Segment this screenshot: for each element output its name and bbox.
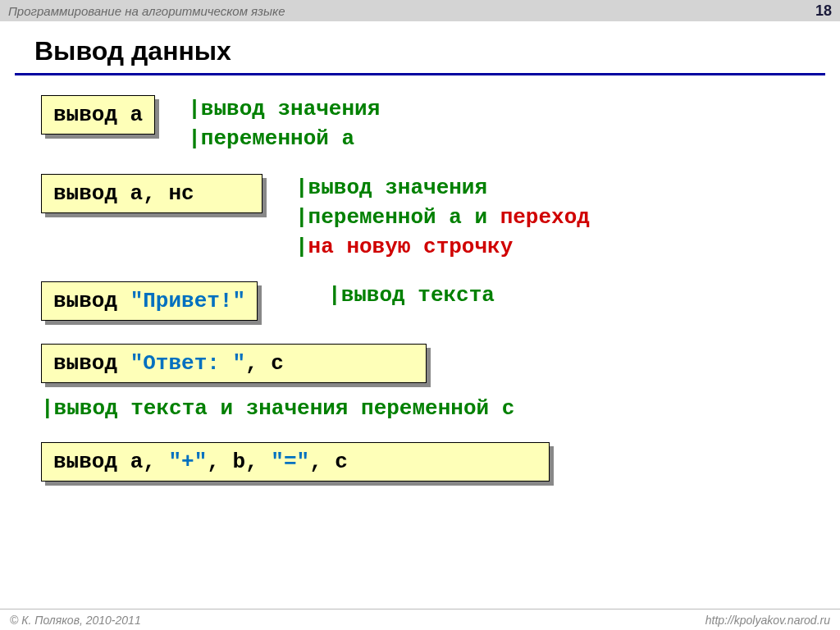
- description: |вывод значения|переменной a и переход|н…: [295, 174, 590, 262]
- description: |вывод текста и значения переменной c: [41, 395, 514, 424]
- footer: © К. Поляков, 2010-2011 http://kpolyakov…: [0, 609, 840, 630]
- code-box: вывод "Привет!": [41, 281, 258, 321]
- example-row-1: вывод а |вывод значения|переменной a: [41, 95, 824, 154]
- code-box: вывод a, "+", b, "=", c: [41, 442, 550, 482]
- header-title: Программирование на алгоритмическом язык…: [8, 4, 285, 18]
- example-row-5: вывод a, "+", b, "=", c: [41, 442, 824, 482]
- example-row-3: вывод "Привет!" |вывод текста: [41, 281, 824, 321]
- page-number: 18: [815, 2, 832, 20]
- slide-content: вывод а |вывод значения|переменной a выв…: [0, 75, 840, 482]
- header-bar: Программирование на алгоритмическом язык…: [0, 0, 840, 21]
- code-box: вывод а, нс: [41, 174, 262, 213]
- description: |вывод текста: [328, 281, 495, 311]
- slide-title: Вывод данных: [34, 36, 840, 66]
- copyright: © К. Поляков, 2010-2011: [10, 614, 141, 627]
- code-box: вывод "Ответ: ", c: [41, 344, 427, 383]
- footer-url: http://kpolyakov.narod.ru: [705, 614, 830, 627]
- description: |вывод значения|переменной a: [188, 95, 380, 154]
- code-box: вывод а: [41, 95, 155, 135]
- example-row-2: вывод а, нс |вывод значения|переменной a…: [41, 174, 824, 262]
- example-row-4: вывод "Ответ: ", c |вывод текста и значе…: [41, 344, 824, 424]
